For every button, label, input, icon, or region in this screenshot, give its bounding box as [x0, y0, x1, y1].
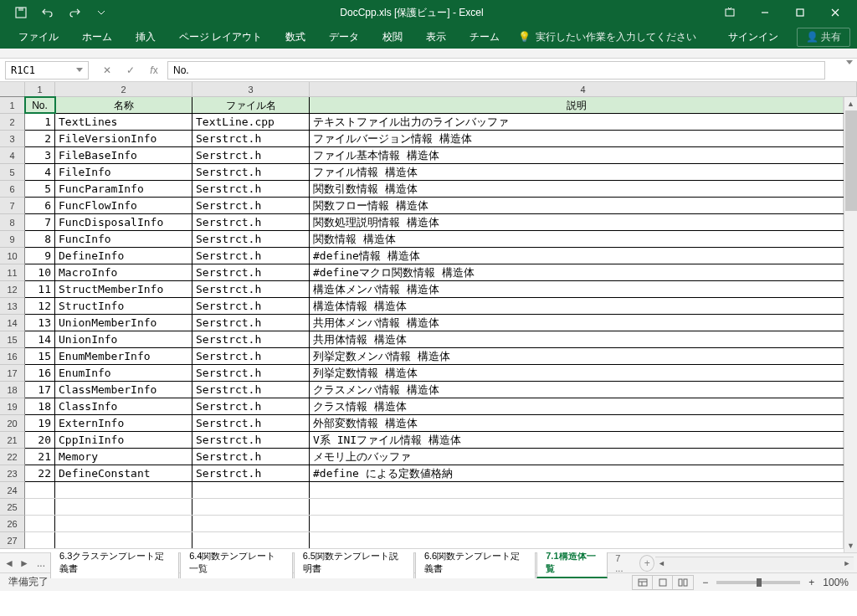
cell[interactable]: Serstrct.h: [192, 315, 310, 331]
minimize-button[interactable]: [750, 0, 780, 25]
cell[interactable]: EnumMemberInfo: [55, 348, 192, 364]
zoom-out-button[interactable]: −: [702, 577, 708, 588]
cell[interactable]: [192, 482, 310, 498]
cell[interactable]: FileInfo: [55, 164, 192, 180]
cell[interactable]: 共用体メンバ情報 構造体: [310, 315, 844, 331]
cell[interactable]: 関数処理説明情報 構造体: [310, 214, 844, 230]
formula-input[interactable]: No.: [167, 61, 825, 80]
cell[interactable]: 列挙定数メンバ情報 構造体: [310, 348, 844, 364]
cell[interactable]: 構造体情報 構造体: [310, 298, 844, 314]
cell[interactable]: [25, 532, 55, 548]
row-header[interactable]: 12: [0, 281, 25, 298]
cell[interactable]: 9: [25, 248, 55, 264]
cell[interactable]: FuncInfo: [55, 231, 192, 247]
cell[interactable]: テキストファイル出力のラインバッファ: [310, 114, 844, 130]
ribbon-tab[interactable]: 数式: [274, 25, 317, 49]
row-header[interactable]: 7: [0, 198, 25, 214]
row-header[interactable]: 6: [0, 181, 25, 198]
cell[interactable]: [55, 532, 192, 548]
cell[interactable]: [25, 482, 55, 498]
row-header[interactable]: 14: [0, 315, 25, 331]
cell[interactable]: TextLine.cpp: [192, 114, 310, 130]
cell[interactable]: 15: [25, 348, 55, 364]
row-header[interactable]: 1: [0, 97, 25, 114]
cell[interactable]: [25, 516, 55, 531]
cancel-formula-icon[interactable]: ✕: [97, 61, 117, 80]
cell[interactable]: TextLines: [55, 114, 192, 130]
sheet-nav-next-icon[interactable]: ►: [18, 557, 30, 569]
ribbon-tab[interactable]: 挿入: [124, 25, 167, 49]
close-button[interactable]: [820, 0, 850, 25]
col-header[interactable]: 1: [25, 82, 55, 97]
cell[interactable]: 列挙定数情報 構造体: [310, 365, 844, 381]
cell[interactable]: 6: [25, 198, 55, 213]
cell[interactable]: MacroInfo: [55, 264, 192, 280]
vertical-scrollbar[interactable]: ▲ ▼: [844, 97, 857, 552]
cell[interactable]: ClassInfo: [55, 398, 192, 414]
ribbon-tab[interactable]: チーム: [458, 25, 511, 49]
cell[interactable]: EnumInfo: [55, 365, 192, 381]
cell[interactable]: ファイル情報 構造体: [310, 164, 844, 180]
row-header[interactable]: 4: [0, 147, 25, 164]
cell[interactable]: 関数引数情報 構造体: [310, 181, 844, 197]
cell[interactable]: ClassMemberInfo: [55, 382, 192, 398]
cell[interactable]: FuncParamInfo: [55, 181, 192, 197]
cell[interactable]: [310, 482, 844, 498]
cell[interactable]: [310, 516, 844, 531]
scroll-down-icon[interactable]: ▼: [844, 539, 857, 552]
cell[interactable]: [55, 516, 192, 531]
cell[interactable]: Serstrct.h: [192, 465, 310, 481]
cell[interactable]: Serstrct.h: [192, 382, 310, 398]
row-header[interactable]: 21: [0, 432, 25, 449]
cell[interactable]: [55, 482, 192, 498]
scroll-thumb[interactable]: [845, 110, 857, 211]
row-header[interactable]: 2: [0, 114, 25, 131]
row-header[interactable]: 11: [0, 264, 25, 281]
cell[interactable]: 3: [25, 147, 55, 163]
sheet-tab-more[interactable]: ...: [37, 557, 45, 569]
zoom-in-button[interactable]: +: [808, 577, 814, 588]
cell[interactable]: 8: [25, 231, 55, 247]
zoom-thumb[interactable]: [757, 578, 762, 587]
cell[interactable]: Serstrct.h: [192, 264, 310, 280]
cell[interactable]: Serstrct.h: [192, 131, 310, 146]
row-header[interactable]: 17: [0, 365, 25, 382]
accept-formula-icon[interactable]: ✓: [121, 61, 141, 80]
row-header[interactable]: 18: [0, 382, 25, 398]
cell[interactable]: #define による定数値格納: [310, 465, 844, 481]
row-header[interactable]: 27: [0, 532, 25, 549]
row-header[interactable]: 25: [0, 499, 25, 516]
cell[interactable]: 4: [25, 164, 55, 180]
scroll-right-icon[interactable]: ►: [840, 557, 854, 570]
row-header[interactable]: 19: [0, 398, 25, 415]
cell[interactable]: UnionInfo: [55, 331, 192, 347]
ribbon-tab[interactable]: 表示: [414, 25, 458, 49]
maximize-button[interactable]: [785, 0, 815, 25]
name-box[interactable]: R1C1: [5, 61, 89, 80]
row-header[interactable]: 9: [0, 231, 25, 248]
cell[interactable]: [25, 499, 55, 515]
scroll-left-icon[interactable]: ◄: [655, 557, 669, 570]
cell[interactable]: クラス情報 構造体: [310, 398, 844, 414]
scroll-up-icon[interactable]: ▲: [844, 97, 857, 110]
row-header[interactable]: 3: [0, 131, 25, 147]
cell[interactable]: Serstrct.h: [192, 214, 310, 230]
cell[interactable]: 関数情報 構造体: [310, 231, 844, 247]
fx-icon[interactable]: fx: [144, 61, 164, 80]
page-layout-view-icon[interactable]: [653, 576, 673, 589]
cell[interactable]: #define情報 構造体: [310, 248, 844, 264]
cell[interactable]: Serstrct.h: [192, 298, 310, 314]
cell[interactable]: Memory: [55, 449, 192, 465]
normal-view-icon[interactable]: [633, 576, 653, 589]
cell[interactable]: Serstrct.h: [192, 365, 310, 381]
row-header[interactable]: 24: [0, 482, 25, 499]
cell[interactable]: 21: [25, 449, 55, 465]
row-header[interactable]: 13: [0, 298, 25, 315]
cell[interactable]: 2: [25, 131, 55, 146]
cell[interactable]: 12: [25, 298, 55, 314]
col-header[interactable]: 4: [310, 82, 857, 97]
row-header[interactable]: 20: [0, 415, 25, 432]
cell[interactable]: StructMemberInfo: [55, 281, 192, 297]
cell[interactable]: Serstrct.h: [192, 432, 310, 448]
sign-in-link[interactable]: サインイン: [716, 30, 790, 44]
